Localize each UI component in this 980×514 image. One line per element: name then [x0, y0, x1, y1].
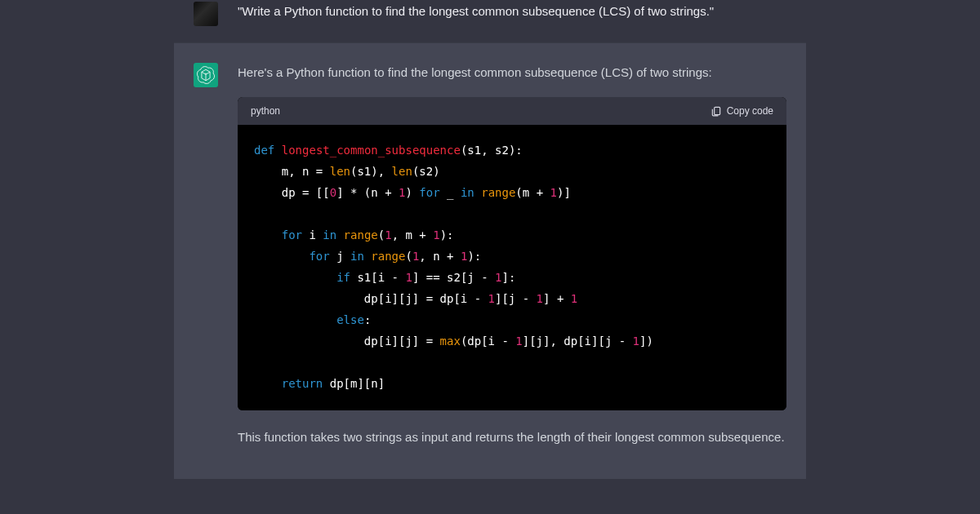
code-body[interactable]: def longest_common_subsequence(s1, s2): …: [238, 125, 786, 410]
openai-logo-icon: [197, 66, 215, 84]
assistant-message: Here's a Python function to find the lon…: [174, 42, 806, 479]
copy-code-button[interactable]: Copy code: [710, 104, 773, 118]
assistant-intro-text: Here's a Python function to find the lon…: [238, 64, 786, 82]
clipboard-icon: [710, 105, 722, 117]
assistant-avatar: [194, 63, 218, 87]
copy-code-label: Copy code: [727, 104, 773, 118]
code-block: python Copy code def longest_common_subs…: [238, 97, 786, 410]
user-message: "Write a Python function to find the lon…: [174, 0, 806, 42]
code-header: python Copy code: [238, 97, 786, 125]
user-avatar: [194, 2, 218, 26]
svg-rect-0: [714, 107, 719, 114]
assistant-outro-text: This function takes two strings as input…: [238, 428, 786, 447]
chat-viewport: "Write a Python function to find the lon…: [174, 0, 806, 514]
code-language-label: python: [251, 104, 280, 118]
user-message-text: "Write a Python function to find the lon…: [238, 4, 714, 18]
